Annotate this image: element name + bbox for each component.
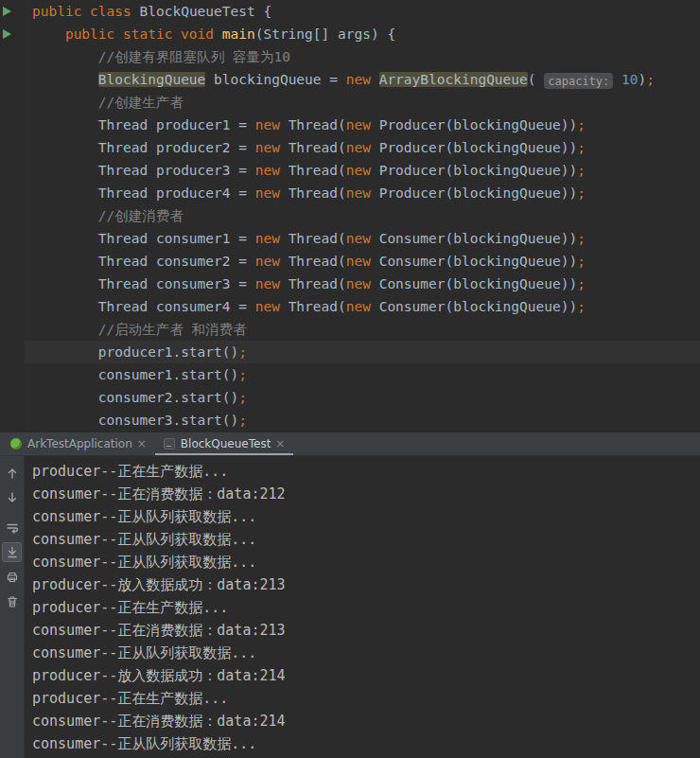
gutter xyxy=(0,182,25,204)
code-line[interactable]: Thread producer2 = new Thread(new Produc… xyxy=(0,136,700,159)
console-output[interactable]: producer--正在生产数据...consumer--正在消费数据：data… xyxy=(25,456,700,758)
console-line: consumer--正从队列获取数据... xyxy=(32,528,692,551)
code-line[interactable]: Thread producer3 = new Thread(new Produc… xyxy=(0,159,700,182)
scroll-to-end-icon[interactable] xyxy=(2,542,22,562)
tab-arktestapplication[interactable]: ArkTestApplication × xyxy=(2,432,155,455)
console-line: consumer--正从队列获取数据... xyxy=(32,551,692,573)
code-line[interactable]: //创建消费者 xyxy=(0,204,700,227)
gutter xyxy=(0,295,25,318)
gutter xyxy=(0,363,25,386)
close-icon[interactable]: × xyxy=(137,437,147,450)
console-line: consumer--正从队列获取数据... xyxy=(32,732,692,755)
code-line[interactable]: Thread producer1 = new Thread(new Produc… xyxy=(0,114,700,136)
tab-blockqueuetest[interactable]: BlockQueueTest × xyxy=(155,432,294,455)
print-icon[interactable] xyxy=(2,567,22,587)
run-arrow-icon[interactable] xyxy=(3,29,11,39)
console-line: consumer--正从队列获取数据... xyxy=(32,642,692,664)
code-editor[interactable]: public class BlockQueueTest {public stat… xyxy=(0,0,700,432)
console-line: producer--正在生产数据... xyxy=(32,687,692,710)
code-line[interactable]: Thread consumer2 = new Thread(new Consum… xyxy=(0,250,700,273)
code-line[interactable]: //创建有界阻塞队列 容量为10 xyxy=(0,45,700,68)
code-line[interactable]: //启动生产者 和消费者 xyxy=(0,318,700,341)
code-line[interactable]: consumer3.start(); xyxy=(0,409,700,432)
gutter xyxy=(0,250,25,273)
console-line: producer--放入数据成功：data:213 xyxy=(32,573,692,596)
gutter xyxy=(0,341,25,363)
gutter xyxy=(0,91,25,114)
close-icon[interactable]: × xyxy=(275,437,285,450)
gutter xyxy=(0,68,25,91)
code-line[interactable]: public class BlockQueueTest { xyxy=(0,0,700,23)
code-line[interactable]: Thread consumer3 = new Thread(new Consum… xyxy=(0,273,700,295)
console-toolbar xyxy=(0,456,25,758)
gutter[interactable] xyxy=(0,23,25,45)
gutter xyxy=(0,273,25,295)
console-line: producer--正在生产数据... xyxy=(32,596,692,619)
code-line[interactable]: Thread consumer1 = new Thread(new Consum… xyxy=(0,227,700,250)
up-stack-trace-icon[interactable] xyxy=(2,463,22,483)
gutter[interactable] xyxy=(0,0,25,23)
console-icon xyxy=(164,438,175,450)
console-line: consumer--正在消费数据：data:212 xyxy=(32,483,692,505)
gutter xyxy=(0,114,25,136)
code-line[interactable]: producer1.start(); xyxy=(0,341,700,363)
clear-all-icon[interactable] xyxy=(2,591,22,611)
gutter xyxy=(0,318,25,341)
code-line[interactable]: BlockingQueue blockingQueue = new ArrayB… xyxy=(0,68,700,91)
gutter xyxy=(0,204,25,227)
code-line[interactable]: consumer1.start(); xyxy=(0,363,700,386)
ide-window: public class BlockQueueTest {public stat… xyxy=(0,0,700,758)
soft-wrap-icon[interactable] xyxy=(2,518,22,538)
spring-boot-icon xyxy=(10,438,22,450)
gutter xyxy=(0,227,25,250)
tab-label: ArkTestApplication xyxy=(27,437,132,450)
down-stack-trace-icon[interactable] xyxy=(2,487,22,507)
code-line[interactable]: Thread producer4 = new Thread(new Produc… xyxy=(0,182,700,204)
console-line: producer--正在生产数据... xyxy=(32,460,692,483)
code-line[interactable]: public static void main(String[] args) { xyxy=(0,23,700,45)
gutter xyxy=(0,159,25,182)
console-line: consumer--正从队列获取数据... xyxy=(32,505,692,528)
gutter xyxy=(0,386,25,409)
gutter xyxy=(0,45,25,68)
code-line[interactable]: consumer2.start(); xyxy=(0,386,700,409)
gutter xyxy=(0,409,25,432)
code-line[interactable]: Thread consumer4 = new Thread(new Consum… xyxy=(0,295,700,318)
tab-label: BlockQueueTest xyxy=(181,437,271,450)
run-console: producer--正在生产数据...consumer--正在消费数据：data… xyxy=(0,456,700,758)
console-line: producer--放入数据成功：data:214 xyxy=(32,664,692,687)
code-line[interactable]: //创建生产者 xyxy=(0,91,700,114)
run-arrow-icon[interactable] xyxy=(3,7,11,16)
run-tab-bar: ArkTestApplication × BlockQueueTest × xyxy=(0,432,700,456)
code-lines: public class BlockQueueTest {public stat… xyxy=(0,0,700,432)
console-line: consumer--正在消费数据：data:213 xyxy=(32,619,692,642)
console-line: consumer--正在消费数据：data:214 xyxy=(32,710,692,732)
gutter xyxy=(0,136,25,159)
